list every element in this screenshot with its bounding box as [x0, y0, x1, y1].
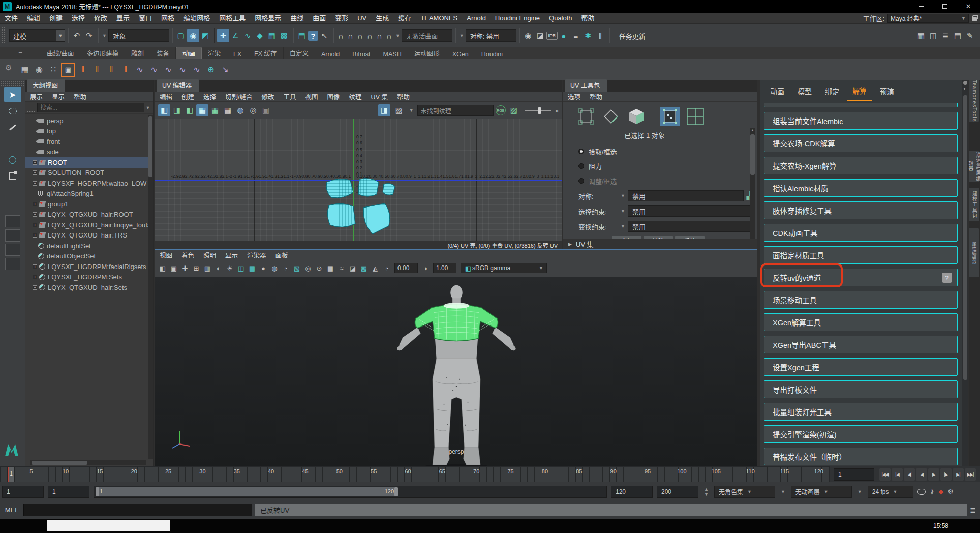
outliner-item[interactable]: + defaultObjectSet [25, 251, 148, 262]
paint-effects-icon[interactable]: ✱ [582, 29, 594, 42]
outliner-vscrollbar[interactable] [148, 115, 153, 459]
set-key-icon[interactable]: ◆ [938, 488, 943, 495]
expand-bar-icon[interactable]: » [555, 107, 559, 114]
shelf-key-icon[interactable]: ▣ [61, 63, 75, 77]
tools-panel-button[interactable]: 肢体穿插修复工具 [764, 201, 958, 219]
shelf-tab[interactable]: Bifrost [346, 50, 377, 59]
uv-select-mode-icon[interactable] [577, 108, 595, 125]
current-frame-marker[interactable]: 1 [8, 467, 14, 482]
menu-item[interactable]: 变形 [330, 13, 353, 24]
radio-icon[interactable] [578, 163, 584, 169]
selection-search-field[interactable]: 对象 [108, 29, 169, 42]
exposure-field[interactable]: 0.00 [394, 263, 418, 273]
tools-panel-button[interactable]: 反转uv的v通道 [764, 269, 958, 286]
chevron-down-icon[interactable]: ▼ [144, 105, 151, 110]
select-component-icon[interactable]: ◩ [199, 29, 211, 42]
playblast-icon[interactable]: ▤ [296, 29, 308, 42]
toolkit-scrollbar[interactable]: ▲▼ [750, 128, 755, 245]
menu-item[interactable]: 帮助 [577, 13, 599, 24]
undo-icon[interactable]: ↶ [71, 29, 83, 42]
expand-icon[interactable]: + [33, 264, 37, 269]
chevron-down-icon[interactable]: ▼ [621, 224, 625, 229]
expand-icon[interactable]: + [33, 160, 37, 165]
rgb-channels-icon[interactable]: RGB [496, 105, 506, 115]
step-forward-frame-button[interactable]: ▶| [953, 468, 964, 481]
animation-start-field[interactable]: 1 [2, 486, 44, 498]
menu-item[interactable]: 曲面 [308, 13, 330, 24]
outliner-item[interactable]: + LQYX_QTGXUD_hair:TRS [25, 230, 148, 241]
vp-multisample-icon[interactable]: ▩ [358, 262, 370, 274]
scale-tool-button[interactable] [4, 168, 21, 184]
uv-editor-menu-item[interactable]: UV 集 [366, 92, 392, 101]
outliner-item[interactable]: + group1 [25, 199, 148, 210]
open-render-view-icon[interactable]: ◉ [522, 29, 534, 42]
menu-item[interactable]: 创建 [45, 13, 67, 24]
vp-lock-camera-icon[interactable]: ▣ [168, 262, 179, 274]
outliner-item[interactable]: + persp [25, 115, 148, 126]
selection-mode-radio[interactable]: 调整/框选 [563, 173, 757, 188]
tools-panel-button[interactable]: 提交农场-Xgen解算 [764, 157, 958, 174]
sidebar-vertical-tab[interactable]: 通道盒/层编辑器 [969, 151, 979, 182]
menu-item[interactable]: 选择 [67, 13, 89, 24]
gamma-field[interactable]: 1.00 [433, 263, 456, 273]
vp-lights-icon[interactable]: ⊙ [314, 262, 325, 274]
character-model[interactable] [370, 280, 543, 466]
snap-angle-tool-icon[interactable]: ∠ [229, 29, 241, 42]
menu-item[interactable]: TEAMONES [416, 13, 462, 24]
shelf-tab[interactable]: FX [227, 50, 248, 59]
vp-motionblur-icon[interactable]: ◪ [347, 262, 358, 274]
task-update-button[interactable]: 任务更新 [619, 31, 646, 41]
outliner-item[interactable]: + LQYX_QTGXUD_hair:ROOT [25, 210, 148, 220]
texture-image-icon[interactable]: ◨ [378, 104, 390, 116]
menu-item[interactable]: 修改 [89, 13, 112, 24]
snap-grid-tool-icon[interactable]: ✚ [217, 29, 229, 42]
tools-panel-button[interactable]: 指认Alembic材质 [764, 179, 958, 197]
vp-bookmark-icon[interactable]: ⊞ [191, 262, 202, 274]
uv-editor-menu-item[interactable]: 创建 [177, 92, 199, 101]
menu-item[interactable]: 编辑网格 [179, 13, 215, 24]
tools-panel-tab[interactable]: 绑定 [820, 82, 844, 100]
outliner-item[interactable]: + SOLUTION_ROOT [25, 168, 148, 179]
vp-joints-icon[interactable]: ▤ [247, 262, 258, 274]
vp-screenspace-icon[interactable]: ≈ [336, 262, 347, 274]
shelf-set-key3-icon[interactable]: ‖ [105, 62, 118, 77]
shelf-tab[interactable]: FX 缓存 [248, 47, 283, 59]
shelf-tab[interactable]: 渲染 [202, 47, 227, 59]
shelf-curve1-icon[interactable]: ∿ [133, 62, 146, 77]
select-hierarchy-icon[interactable]: ▢ [175, 29, 187, 42]
shelf-tab[interactable]: Arnold [315, 50, 346, 59]
move-tool-button[interactable] [4, 136, 21, 151]
toolkit-field-value[interactable]: 禁用 [628, 190, 744, 201]
layout-outliner-persp-button[interactable] [5, 258, 20, 270]
snap-to-point-icon[interactable]: ∩ [355, 32, 365, 40]
outliner-item[interactable]: + LQYSXF_HGDRPM:Sets [25, 272, 148, 283]
step-back-key-button[interactable]: ◀| [904, 468, 915, 481]
lock-workspace-icon[interactable] [972, 17, 977, 21]
collapse-arrow-icon[interactable]: ▶ [568, 242, 572, 247]
shelf-menu-icon[interactable]: ≡ [18, 50, 22, 58]
expand-icon[interactable]: + [33, 285, 37, 290]
menu-item[interactable]: 网格工具 [215, 13, 250, 24]
uv-editor-menu-item[interactable]: 视图 [301, 92, 323, 101]
menu-item[interactable]: 文件 [0, 13, 22, 24]
shelf-tab[interactable]: MASH [377, 50, 408, 59]
uv-shells[interactable] [324, 177, 410, 241]
shelf-set-key-icon[interactable]: ‖ [76, 62, 89, 77]
tools-panel-button[interactable]: 设置Xgen工程 [764, 358, 958, 376]
outliner-item[interactable]: + LQYSXF_HGDRPM:facialRigsets [25, 261, 148, 272]
select-tool-button[interactable]: ➤ [4, 87, 21, 102]
layout-four-view-button[interactable] [5, 229, 20, 242]
chevron-down-icon[interactable]: ▼ [409, 108, 414, 113]
layout-split-button[interactable] [5, 244, 20, 256]
uv-canvas[interactable]: -2.9-2.8-2.7-2.6-2.5-2.4-2.3-2.2-2.1-2-1… [155, 119, 562, 241]
vp-image-plane-icon[interactable]: ▥ [202, 262, 213, 274]
script-editor-icon[interactable]: ≣ [970, 506, 976, 514]
snap-to-curve-icon[interactable]: ∩ [346, 32, 355, 40]
uv-edge-icon[interactable]: ◧ [183, 104, 196, 116]
uv-editor-menu-item[interactable]: 图像 [323, 92, 345, 101]
colorspace-select[interactable]: ◧ sRGB gamma▼ [461, 263, 547, 273]
vp-select-camera-icon[interactable]: ◧ [157, 262, 168, 274]
outliner-menu-item[interactable]: 展示 [25, 92, 47, 101]
render-current-frame-icon[interactable]: ◪ [534, 29, 546, 42]
uv-editor-menu-item[interactable]: 编辑 [155, 92, 177, 101]
